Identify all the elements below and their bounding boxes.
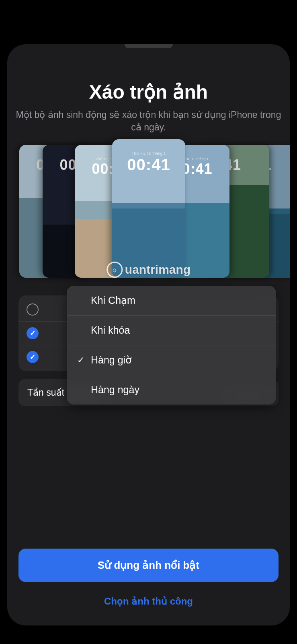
screen-content: Xáo trộn ảnh Một bộ ảnh sinh động sẽ xáo… (7, 44, 290, 625)
popover-item-label: Khi Chạm (91, 295, 135, 306)
phone-frame: Xáo trộn ảnh Một bộ ảnh sinh động sẽ xáo… (7, 44, 290, 625)
use-featured-photos-button[interactable]: Sử dụng ảnh nổi bật (18, 549, 279, 582)
popover-item-daily[interactable]: Hàng ngày (67, 375, 276, 405)
button-area: Sử dụng ảnh nổi bật Chọn ảnh thủ công (18, 549, 279, 610)
page-subtitle: Một bộ ảnh sinh động sẽ xáo trộn khi bạn… (7, 109, 290, 134)
popover-item-tap[interactable]: Khi Chạm (67, 286, 276, 315)
wallpaper-card-center[interactable]: Thứ Tư, 10 tháng 1 00:41 (112, 139, 185, 278)
wallpaper-carousel[interactable]: 00:41 00:41 Thứ Tư, 10 tháng 1 00:41 Thứ… (7, 145, 290, 283)
popover-item-label: Khi khóa (91, 324, 130, 336)
frequency-popover: Khi Chạm Khi khóa ✓ Hàng giờ Hàng ngày (67, 286, 276, 405)
page-title: Xáo trộn ảnh (7, 80, 290, 103)
radio-checked-icon[interactable] (27, 351, 39, 363)
radio-checked-icon[interactable] (27, 327, 39, 339)
popover-item-label: Hàng giờ (91, 354, 131, 366)
lock-date: Thứ Tư, 10 tháng 1 (131, 151, 166, 156)
popover-item-label: Hàng ngày (91, 384, 139, 396)
options-section: Khi Chạm Khi khóa ✓ Hàng giờ Hàng ngày (18, 295, 279, 371)
popover-item-hourly[interactable]: ✓ Hàng giờ (67, 345, 276, 375)
header: Xáo trộn ảnh Một bộ ảnh sinh động sẽ xáo… (7, 44, 290, 134)
checkmark-icon: ✓ (76, 355, 85, 365)
lock-time: 00:41 (127, 157, 170, 173)
choose-manually-button[interactable]: Chọn ảnh thủ công (18, 592, 279, 610)
radio-unchecked-icon[interactable] (27, 303, 39, 316)
popover-item-lock[interactable]: Khi khóa (67, 315, 276, 345)
